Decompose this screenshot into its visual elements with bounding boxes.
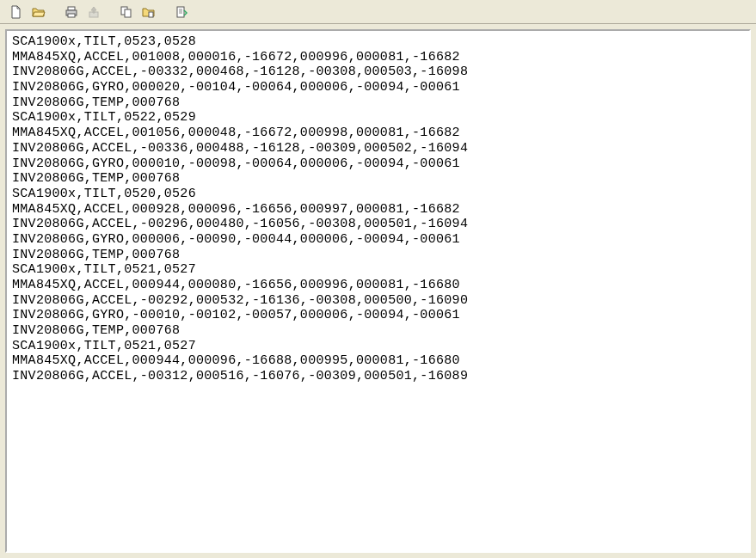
svg-rect-6 bbox=[149, 12, 153, 17]
open-folder-icon bbox=[32, 5, 46, 19]
output-frame: SCA1900x,TILT,0523,0528 MMA845XQ,ACCEL,0… bbox=[5, 29, 751, 553]
toolbar bbox=[0, 0, 756, 24]
new-file-icon bbox=[9, 5, 23, 19]
copy-button[interactable] bbox=[117, 3, 136, 21]
upload-button[interactable] bbox=[84, 3, 103, 21]
svg-rect-2 bbox=[68, 14, 75, 17]
print-button[interactable] bbox=[62, 3, 81, 21]
upload-icon bbox=[87, 5, 101, 19]
paste-folder-icon bbox=[142, 5, 156, 19]
copy-icon bbox=[120, 5, 133, 19]
paste-folder-button[interactable] bbox=[139, 3, 158, 21]
properties-icon bbox=[175, 5, 188, 19]
svg-rect-0 bbox=[68, 7, 75, 10]
svg-rect-7 bbox=[177, 7, 184, 17]
print-icon bbox=[65, 5, 78, 19]
properties-button[interactable] bbox=[172, 3, 191, 21]
svg-rect-5 bbox=[125, 9, 131, 17]
new-file-button[interactable] bbox=[7, 3, 26, 21]
open-folder-button[interactable] bbox=[29, 3, 48, 21]
terminal-output: SCA1900x,TILT,0523,0528 MMA845XQ,ACCEL,0… bbox=[7, 31, 749, 388]
